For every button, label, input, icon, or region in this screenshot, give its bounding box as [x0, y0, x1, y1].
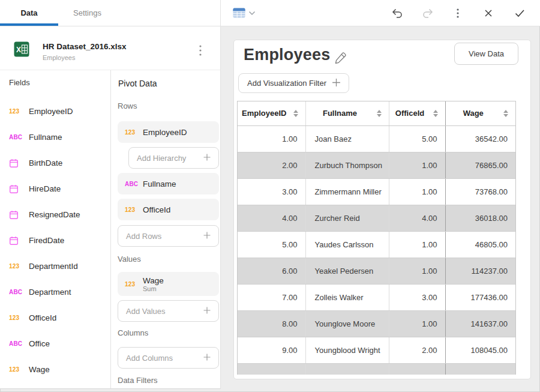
field-label: ResignedDate [29, 210, 80, 219]
pivot-row-chip-fullname[interactable]: ABC Fullname [118, 173, 219, 194]
table-cell: 1.00 [389, 258, 445, 284]
confirm-icon[interactable] [512, 0, 527, 26]
values-section-label: Values [118, 255, 219, 264]
plus-icon [203, 306, 211, 316]
field-item-fireddate[interactable]: FiredDate [0, 228, 110, 253]
table-cell: 46805.00 [445, 231, 515, 258]
column-header-wage[interactable]: Wage [445, 101, 515, 125]
fields-title: Fields [9, 78, 30, 87]
field-label: DepartmentId [29, 262, 78, 271]
pivot-row-chip-officeid[interactable]: 123 OfficeId [118, 199, 219, 220]
field-label: OfficeId [29, 313, 56, 322]
add-hierarchy-button[interactable]: Add Hierarchy [128, 147, 219, 169]
plus-icon [203, 231, 211, 241]
text-type-icon: ABC [9, 289, 29, 295]
table-cell: 177436.00 [445, 284, 515, 310]
table-cell: Zimmermann Miller [305, 178, 389, 205]
table-cell [238, 363, 305, 375]
svg-text:X: X [16, 46, 21, 54]
left-panel: X HR Dataset_2016.xlsx Employees Fields … [0, 26, 221, 389]
add-columns-button[interactable]: Add Columns [118, 347, 219, 369]
pivot-value-chip-wage[interactable]: 123 Wage Sum [118, 272, 219, 296]
table-cell: 6.00 [238, 258, 305, 284]
rows-section-label: Rows [118, 101, 219, 111]
field-item-wage[interactable]: 123Wage [0, 357, 110, 382]
table-cell: Yaudes Carlsson [305, 231, 389, 258]
field-item-fullname[interactable]: ABCFullname [0, 124, 110, 150]
field-label: BirthDate [29, 158, 62, 167]
undo-icon[interactable] [390, 0, 404, 26]
field-label: EmployeeID [29, 107, 73, 116]
table-cell: 36542.00 [445, 125, 515, 152]
table-cell: 4.00 [238, 205, 305, 231]
table-cell: 73768.00 [445, 178, 515, 205]
table-cell: 1.00 [389, 310, 445, 337]
excel-file-icon: X [14, 41, 29, 59]
text-type-icon: ABC [125, 181, 143, 187]
table-cell: 7.00 [238, 284, 305, 310]
numeric-type-icon: 123 [125, 207, 143, 213]
file-menu-icon[interactable] [194, 43, 206, 58]
table-cell: 1.00 [389, 178, 445, 205]
plus-icon [203, 153, 211, 163]
date-type-icon [9, 158, 29, 168]
column-header-fullname[interactable]: Fullname [305, 101, 389, 125]
file-header: X HR Dataset_2016.xlsx Employees [0, 26, 220, 70]
table-cell: Younglove Moore [305, 310, 389, 337]
field-item-departmentid[interactable]: 123DepartmentId [0, 253, 110, 279]
chevron-down-icon[interactable] [247, 0, 257, 26]
table-row: 9.00Youngblood Wright2.00108045.00 [238, 337, 515, 363]
field-item-employeeid[interactable]: 123EmployeeID [0, 98, 110, 124]
add-visualization-filter-button[interactable]: Add Visualization Filter [238, 73, 349, 93]
column-header-employeeid[interactable]: EmployeeID [238, 101, 305, 125]
field-item-office[interactable]: ABCOffice [0, 331, 110, 357]
plus-icon [332, 78, 341, 89]
numeric-type-icon: 123 [125, 281, 143, 288]
numeric-type-icon: 123 [125, 129, 143, 136]
redo-icon[interactable] [421, 0, 435, 26]
table-cell: 36018.00 [445, 205, 515, 231]
field-label: Fullname [29, 133, 62, 142]
numeric-type-icon: 123 [9, 366, 29, 373]
table-cell: 108045.00 [445, 337, 515, 363]
field-item-resigneddate[interactable]: ResignedDate [0, 202, 110, 228]
column-header-officeid[interactable]: OfficeId [389, 101, 445, 125]
table-cell: Zurcher Reid [305, 205, 389, 231]
edit-title-icon[interactable] [332, 50, 348, 65]
table-view-icon[interactable] [231, 0, 247, 26]
top-bar: Data Settings [0, 0, 540, 26]
table-cell: 2.00 [389, 337, 445, 363]
columns-section-label: Columns [118, 328, 219, 338]
more-options-icon[interactable] [452, 0, 464, 26]
table-cell: 1.00 [389, 231, 445, 258]
table-cell: 9.00 [238, 337, 305, 363]
field-item-birthdate[interactable]: BirthDate [0, 150, 110, 176]
table-cell: 2.00 [238, 152, 305, 178]
field-item-hiredate[interactable]: HireDate [0, 176, 110, 202]
table-cell: Youngblood Wright [305, 337, 389, 363]
table-cell: 1.00 [389, 152, 445, 178]
pivot-data-title: Pivot Data [118, 79, 157, 88]
close-icon[interactable] [481, 0, 496, 26]
fields-column: Fields 123EmployeeIDABCFullnameBirthDate… [0, 70, 111, 388]
table-cell: 114237.00 [445, 258, 515, 284]
table-cell: Joan Baez [305, 125, 389, 152]
numeric-type-icon: 123 [9, 315, 29, 321]
data-filters-section-label: Data Filters [118, 376, 219, 385]
add-rows-button[interactable]: Add Rows [118, 225, 219, 247]
field-item-officeid[interactable]: 123OfficeId [0, 305, 110, 331]
report-title: Employees [244, 46, 330, 64]
add-values-button[interactable]: Add Values [118, 300, 219, 322]
sort-icon [377, 110, 382, 117]
table-cell: Zolleis Walker [305, 284, 389, 310]
sort-icon [293, 110, 298, 117]
field-item-department[interactable]: ABCDepartment [0, 279, 110, 305]
table-header-row: EmployeeIDFullnameOfficeIdWage [238, 101, 515, 125]
tab-settings[interactable]: Settings [58, 0, 116, 26]
table-cell: 141637.00 [445, 310, 515, 337]
pivot-row-chip-employeeid[interactable]: 123 EmployeeID [118, 121, 219, 143]
table-row: 8.00Younglove Moore1.00141637.00 [238, 310, 515, 337]
tab-data[interactable]: Data [0, 0, 58, 26]
view-data-button[interactable]: View Data [454, 43, 518, 65]
date-type-icon [9, 236, 29, 246]
